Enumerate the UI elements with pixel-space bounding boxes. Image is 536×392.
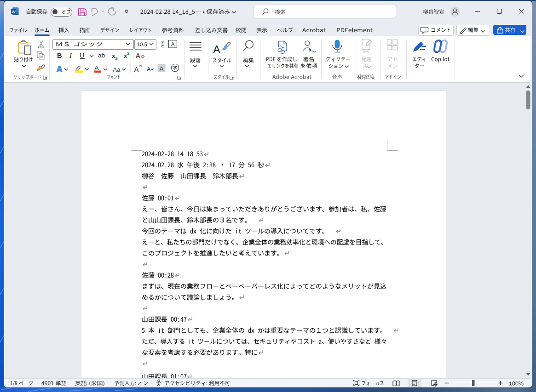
svg-text:A: A — [213, 43, 220, 56]
svg-text:A: A — [147, 66, 151, 73]
svg-text:ab: ab — [98, 52, 105, 59]
svg-text:A: A — [57, 65, 62, 74]
svg-text:A: A — [95, 64, 99, 71]
svg-text:B: B — [57, 52, 62, 59]
svg-text:Aa: Aa — [113, 66, 121, 73]
svg-text:U: U — [80, 51, 84, 59]
svg-text:A: A — [136, 52, 140, 59]
svg-text:2: 2 — [127, 51, 130, 56]
svg-text:A: A — [171, 41, 174, 48]
svg-text:W: W — [12, 10, 16, 14]
svg-text:2: 2 — [115, 56, 118, 61]
svg-text:I: I — [69, 52, 72, 59]
svg-text:A: A — [134, 65, 139, 73]
svg-text:A: A — [160, 66, 164, 72]
